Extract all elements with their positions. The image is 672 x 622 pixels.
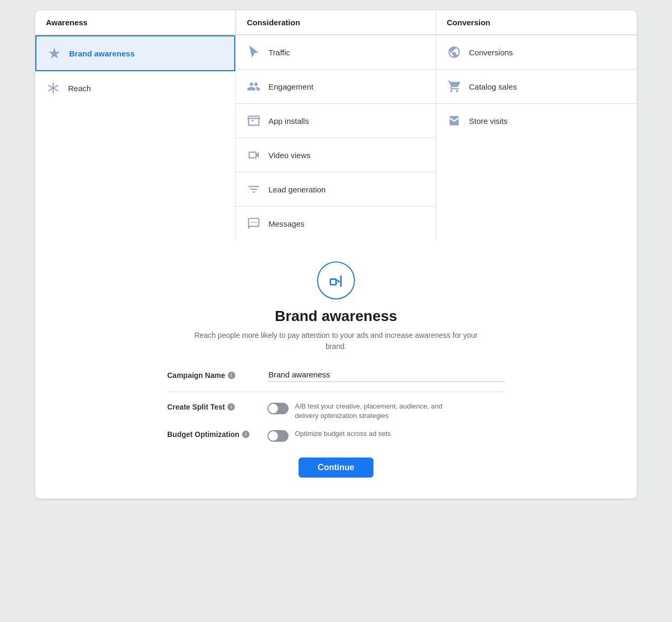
objective-app-installs[interactable]: App installs (236, 104, 436, 138)
budget-optimization-controls: Optimize budget across ad sets (267, 429, 391, 442)
budget-optimization-label: Budget Optimization i (167, 429, 267, 439)
consideration-column: Traffic Engagement App installs (236, 35, 436, 240)
split-test-toggle[interactable] (267, 403, 289, 414)
header-consideration: Consideration (236, 11, 436, 35)
split-test-row: Create Split Test i A/B test your creati… (167, 402, 505, 421)
split-test-desc: A/B test your creative, placement, audie… (295, 402, 458, 421)
catalog-sales-label: Catalog sales (469, 82, 517, 91)
split-test-info-icon[interactable]: i (227, 403, 235, 411)
reach-label: Reach (68, 84, 91, 93)
awareness-column: Brand awareness Reach (35, 35, 236, 240)
box-icon (246, 113, 261, 128)
campaign-name-label: Campaign Name i (167, 368, 267, 380)
header-conversion: Conversion (436, 11, 637, 35)
cart-icon (447, 79, 462, 94)
store-icon (447, 113, 462, 128)
lead-generation-label: Lead generation (268, 185, 325, 194)
objectives-grid: Brand awareness Reach Traffic (35, 35, 637, 240)
selected-description: Reach people more likely to pay attentio… (188, 330, 484, 352)
campaign-name-info-icon[interactable]: i (228, 372, 235, 379)
split-test-controls: A/B test your creative, placement, audie… (267, 402, 458, 421)
asterisk-icon (46, 81, 61, 95)
objective-video-views[interactable]: Video views (236, 138, 436, 172)
video-icon (246, 148, 261, 162)
messages-label: Messages (268, 219, 304, 228)
selected-title: Brand awareness (275, 308, 397, 325)
traffic-label: Traffic (268, 48, 290, 57)
app-installs-label: App installs (268, 116, 309, 125)
objective-messages[interactable]: Messages (236, 207, 436, 240)
chat-icon (246, 216, 261, 231)
selected-objective-icon (317, 261, 355, 299)
budget-optimization-toggle[interactable] (267, 430, 289, 442)
budget-optimization-desc: Optimize budget across ad sets (295, 429, 391, 439)
budget-optimization-row: Budget Optimization i Optimize budget ac… (167, 429, 505, 442)
star-icon (47, 46, 62, 61)
campaign-form: Campaign Name i Create Split Test i A/B … (167, 368, 505, 478)
split-test-label: Create Split Test i (167, 402, 267, 411)
cursor-icon (246, 45, 261, 60)
main-container: Awareness Consideration Conversion Brand… (35, 11, 637, 499)
header-awareness: Awareness (35, 11, 236, 35)
conversions-label: Conversions (469, 48, 513, 57)
globe-icon (447, 45, 462, 60)
continue-button[interactable]: Continue (299, 458, 373, 478)
objective-catalog-sales[interactable]: Catalog sales (436, 70, 637, 104)
funnel-icon (246, 182, 261, 197)
objective-reach[interactable]: Reach (35, 71, 235, 105)
objective-traffic[interactable]: Traffic (236, 35, 436, 70)
campaign-name-row: Campaign Name i (167, 368, 505, 392)
objective-brand-awareness[interactable]: Brand awareness (35, 35, 235, 71)
store-visits-label: Store visits (469, 116, 507, 125)
conversion-column: Conversions Catalog sales Store visits (436, 35, 637, 240)
objective-store-visits[interactable]: Store visits (436, 104, 637, 138)
objective-engagement[interactable]: Engagement (236, 70, 436, 104)
people-icon (246, 79, 261, 94)
detail-section: Brand awareness Reach people more likely… (35, 240, 637, 499)
objective-lead-generation[interactable]: Lead generation (236, 172, 436, 207)
objective-conversions[interactable]: Conversions (436, 35, 637, 70)
campaign-name-input[interactable] (267, 368, 505, 382)
video-views-label: Video views (268, 151, 311, 160)
budget-info-icon[interactable]: i (242, 431, 249, 438)
brand-awareness-label: Brand awareness (69, 49, 135, 58)
objective-headers: Awareness Consideration Conversion (35, 11, 637, 35)
engagement-label: Engagement (268, 82, 313, 91)
